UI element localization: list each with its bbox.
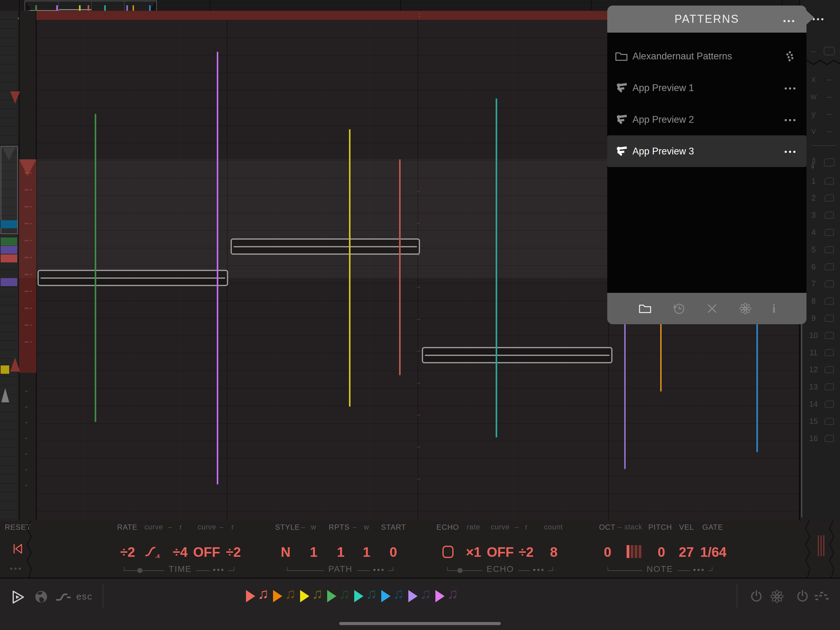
pattern-item-ellipsis-icon[interactable] <box>783 85 796 91</box>
sidebar-pattern-row-10[interactable]: 10 <box>805 329 840 342</box>
drag-handle-line[interactable] <box>818 535 819 556</box>
drag-handle-line[interactable] <box>821 535 821 556</box>
voice-2-note-icon[interactable]: ♫ <box>285 587 296 600</box>
sidebar-pattern-row-12[interactable]: 12 <box>805 364 840 376</box>
settings-icon[interactable] <box>739 302 752 315</box>
sidebar-param-x[interactable]: x– <box>805 73 840 85</box>
close-icon[interactable] <box>706 302 718 315</box>
info-icon[interactable]: i <box>772 302 776 315</box>
note-bar[interactable] <box>422 347 613 363</box>
playhead-green[interactable] <box>95 114 96 422</box>
playhead-magenta[interactable] <box>217 52 218 484</box>
voice-1-note-icon[interactable]: ♫ <box>257 587 269 600</box>
sidebar-clef-row[interactable] <box>805 156 840 169</box>
echo-more-ellipsis-icon[interactable]: ••• <box>530 565 548 575</box>
piano-red-row[interactable] <box>1 255 17 263</box>
time-value[interactable]: OFF <box>193 545 220 560</box>
sidebar-pattern-row-2[interactable]: 2 <box>805 192 840 204</box>
range-bottom-triangle-icon[interactable] <box>10 358 20 372</box>
note-value[interactable]: 1/64 <box>700 545 726 560</box>
reset-button[interactable] <box>12 543 24 555</box>
flower-icon[interactable] <box>770 589 784 603</box>
time-knob[interactable] <box>137 568 143 573</box>
path-value[interactable]: N <box>281 545 291 560</box>
voice-4-note-icon[interactable]: ♫ <box>339 587 350 600</box>
voice-8-play-button[interactable] <box>435 590 445 602</box>
sidebar-param-w[interactable]: w– <box>805 90 840 103</box>
sidebar-pattern-row-14[interactable]: 14 <box>805 398 840 410</box>
piano-purple-row[interactable] <box>1 246 17 254</box>
gray-up-triangle-icon[interactable] <box>1 388 9 402</box>
voice-7-play-button[interactable] <box>408 590 418 602</box>
echo-value[interactable]: ×1 <box>466 545 481 560</box>
echo-value[interactable]: OFF <box>487 545 514 560</box>
power-icon[interactable] <box>796 589 809 603</box>
sidebar-pattern-row-3[interactable]: 3 <box>805 209 840 222</box>
esc-button[interactable]: esc <box>76 591 93 602</box>
voice-7-note-icon[interactable]: ♫ <box>420 587 431 600</box>
sidebar-pattern-row-1[interactable]: 1 <box>805 175 840 187</box>
note-more-ellipsis-icon[interactable]: ••• <box>690 565 708 575</box>
note-value[interactable]: 0 <box>658 545 665 560</box>
sidebar-pattern-row-6[interactable]: 6 <box>805 261 840 273</box>
voice-6-play-button[interactable] <box>381 590 390 602</box>
folder-icon[interactable] <box>638 303 652 314</box>
pattern-item-ellipsis-icon[interactable] <box>783 149 796 154</box>
drag-handle-line[interactable] <box>823 535 824 556</box>
piano-blue-row[interactable] <box>1 220 17 228</box>
pattern-item[interactable]: App Preview 2 <box>607 104 807 135</box>
voice-2-play-button[interactable] <box>273 590 282 602</box>
sidebar-pattern-row-13[interactable]: 13 <box>805 381 840 393</box>
note-value[interactable]: 0 <box>604 545 611 560</box>
time-value[interactable]: ÷4 <box>173 545 188 560</box>
pattern-item[interactable]: App Preview 3 <box>607 135 807 167</box>
note-value-stack-icon[interactable] <box>626 545 642 559</box>
sidebar-pattern-row-7[interactable]: 7 <box>805 278 840 290</box>
sidebar-pattern-row-9[interactable]: 9 <box>805 312 840 324</box>
playhead-red[interactable] <box>399 159 401 375</box>
piano-column[interactable] <box>0 11 18 521</box>
curve-slope-icon[interactable] <box>56 592 71 602</box>
echo-value[interactable]: ÷2 <box>519 545 534 560</box>
sidebar-pattern-row-15[interactable]: 15 <box>805 415 840 427</box>
sidebar-pattern-row-8[interactable]: 8 <box>805 295 840 307</box>
sidebar-top-row[interactable]: – <box>805 45 840 57</box>
power-icon[interactable] <box>750 589 763 603</box>
pattern-item[interactable]: Alexandernaut Patterns <box>607 40 807 72</box>
path-value[interactable]: 1 <box>363 545 370 560</box>
path-value[interactable]: 1 <box>310 545 317 560</box>
history-icon[interactable] <box>672 302 686 315</box>
patterns-menu-ellipsis-icon[interactable] <box>781 18 794 24</box>
pattern-item[interactable]: App Preview 1 <box>607 72 807 104</box>
note-value[interactable]: 27 <box>679 545 694 560</box>
voice-4-play-button[interactable] <box>327 590 336 602</box>
playhead-yellow[interactable] <box>349 129 351 407</box>
voice-6-note-icon[interactable]: ♫ <box>393 587 404 600</box>
piano-green-row[interactable] <box>1 237 17 245</box>
note-bar[interactable] <box>231 238 420 255</box>
sidebar-pattern-row-5[interactable]: 5 <box>805 243 840 256</box>
voice-3-note-icon[interactable]: ♫ <box>312 587 323 600</box>
piano-purple-row-2[interactable] <box>1 278 17 286</box>
yellow-key-marker[interactable] <box>1 366 9 374</box>
time-more-ellipsis-icon[interactable]: ••• <box>210 565 228 575</box>
echo-value[interactable]: 8 <box>550 545 557 560</box>
globe-icon[interactable] <box>35 590 48 603</box>
voice-5-play-button[interactable] <box>354 590 363 602</box>
pattern-item-scatter-dots-icon[interactable] <box>786 51 796 62</box>
sidebar-pattern-row-4[interactable]: 4 <box>805 226 840 238</box>
sidebar-param-y[interactable]: y– <box>805 108 840 120</box>
reset-ellipsis-icon[interactable] <box>8 565 21 571</box>
voice-8-note-icon[interactable]: ♫ <box>447 587 458 600</box>
playhead-teal[interactable] <box>496 98 497 437</box>
path-value[interactable]: 0 <box>390 545 397 560</box>
path-value[interactable]: 1 <box>337 545 344 560</box>
echo-knob[interactable] <box>458 568 463 573</box>
voice-1-play-button[interactable] <box>246 590 255 602</box>
home-indicator[interactable] <box>339 622 501 625</box>
scatter-icon[interactable] <box>814 590 829 603</box>
range-top-triangle-icon[interactable] <box>10 91 20 104</box>
time-value-curve-value-icon[interactable]: .4 <box>144 545 161 559</box>
echo-value-checkbox-icon[interactable] <box>442 545 454 559</box>
note-bar[interactable] <box>38 270 228 286</box>
